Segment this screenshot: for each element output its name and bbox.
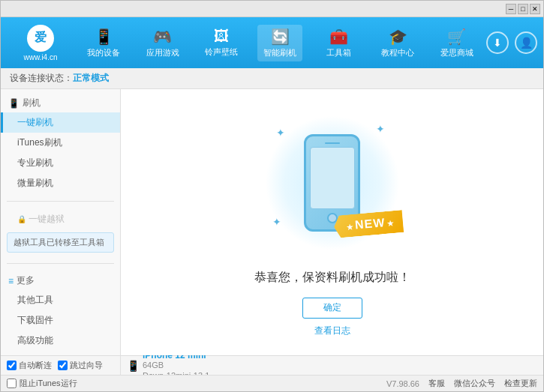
- nav-smart-flash[interactable]: 🔄 智能刷机: [257, 25, 302, 61]
- close-button[interactable]: ✕: [530, 4, 540, 14]
- jailbreak-note: 越狱工具已转移至工具箱: [7, 232, 114, 253]
- smart-flash-icon: 🔄: [271, 28, 290, 46]
- my-device-icon: 📱: [95, 28, 113, 46]
- nav-wallpaper[interactable]: 🖼 铃声壁纸: [199, 25, 244, 61]
- phone-speaker: [325, 142, 340, 145]
- nav-apps-games[interactable]: 🎮 应用游戏: [140, 25, 185, 61]
- skip-wizard-checkbox[interactable]: [58, 361, 68, 370]
- lock-icon: 🔒: [17, 215, 26, 223]
- status-bar: 设备连接状态： 正常模式: [1, 68, 543, 89]
- phone-illustration: ✦ ✦ ✦ ★NEW★: [257, 108, 407, 258]
- one-click-flash-label: 一键刷机: [17, 117, 53, 127]
- tools-label: 工具箱: [326, 47, 351, 58]
- sidebar-section-jailbreak: 🔒 一键越狱 越狱工具已转移至工具箱: [1, 205, 120, 260]
- sparkle-2: ✦: [376, 123, 385, 135]
- sparkle-3: ✦: [272, 216, 281, 228]
- sparkle-1: ✦: [276, 127, 285, 139]
- congrats-text: 恭喜您，保资料刷机成功啦！: [254, 270, 410, 286]
- status-value: 正常模式: [73, 72, 109, 85]
- sidebar-item-other-tools[interactable]: 其他工具: [1, 290, 120, 310]
- wallpaper-label: 铃声壁纸: [205, 46, 238, 58]
- download-button[interactable]: ⬇: [486, 31, 509, 54]
- sidebar-section-header-more: ≡ 更多: [1, 271, 120, 290]
- user-button[interactable]: 👤: [515, 31, 537, 54]
- confirm-button[interactable]: 确定: [302, 298, 362, 319]
- skip-wizard-checkbox-label[interactable]: 跳过向导: [58, 360, 103, 371]
- advanced-label: 高级功能: [17, 335, 53, 346]
- phone-home-button: [327, 213, 338, 223]
- sidebar-item-one-click-flash[interactable]: 一键刷机: [1, 112, 120, 133]
- bottom-checkbox-device-row: 自动断连 跳过向导 📱 iPhone 12 mini 64GB Down-12m…: [1, 355, 543, 375]
- footer-bar: 阻止iTunes运行 V7.98.66 客服 微信公众号 检查更新: [1, 375, 543, 391]
- auto-close-label: 自动断连: [19, 360, 52, 371]
- logo-area: 爱 www.i4.cn: [7, 25, 74, 61]
- tools-icon: 🧰: [329, 28, 348, 46]
- jailbreak-note-text: 越狱工具已转移至工具箱: [14, 238, 104, 247]
- check-update-link[interactable]: 检查更新: [504, 378, 537, 389]
- status-prefix: 设备连接状态：: [10, 72, 73, 85]
- auto-close-checkbox[interactable]: [7, 361, 17, 370]
- version-text: V7.98.66: [386, 379, 419, 388]
- auto-close-checkbox-label[interactable]: 自动断连: [7, 360, 52, 371]
- stop-itunes-label[interactable]: 阻止iTunes运行: [20, 378, 77, 389]
- sidebar-item-itunes-flash[interactable]: iTunes刷机: [1, 133, 120, 153]
- nav-tools[interactable]: 🧰 工具箱: [317, 25, 362, 61]
- sidebar-item-advanced[interactable]: 高级功能: [1, 331, 120, 351]
- download-fw-label: 下载固件: [17, 315, 53, 325]
- sidebar-divider-2: [7, 263, 114, 264]
- itunes-flash-label: iTunes刷机: [17, 137, 62, 148]
- wallpaper-icon: 🖼: [214, 28, 229, 45]
- maximize-button[interactable]: □: [518, 4, 528, 14]
- app-window: ─ □ ✕ 爱 www.i4.cn 📱 我的设备 🎮 应用游戏 🖼 铃声壁纸: [0, 0, 544, 392]
- skip-wizard-label: 跳过向导: [70, 360, 103, 371]
- sidebar: 📱 刷机 一键刷机 iTunes刷机 专业刷机 微量刷机: [1, 89, 121, 355]
- nav-bar: 📱 我的设备 🎮 应用游戏 🖼 铃声壁纸 🔄 智能刷机 🧰 工具箱 🎓: [74, 25, 486, 61]
- nav-store[interactable]: 🛒 爱思商城: [434, 25, 479, 61]
- nav-my-device[interactable]: 📱 我的设备: [81, 25, 126, 61]
- logo-icon: 爱: [27, 25, 54, 52]
- sidebar-section-flash: 📱 刷机 一键刷机 iTunes刷机 专业刷机 微量刷机: [1, 89, 120, 198]
- store-icon: 🛒: [447, 28, 466, 46]
- phone-screen: [310, 147, 355, 208]
- footer-right: V7.98.66 客服 微信公众号 检查更新: [386, 378, 537, 389]
- header-right-buttons: ⬇ 👤: [486, 31, 537, 54]
- new-star-right: ★: [386, 219, 395, 228]
- checkbox-section: 自动断连 跳过向导: [1, 356, 121, 375]
- apps-games-icon: 🎮: [153, 28, 172, 46]
- stop-itunes-checkbox[interactable]: [7, 379, 17, 388]
- sidebar-item-microscreen-flash[interactable]: 微量刷机: [1, 173, 120, 193]
- other-tools-label: 其他工具: [17, 295, 53, 305]
- sidebar-item-download-fw[interactable]: 下载固件: [1, 310, 120, 331]
- sidebar-item-pro-flash[interactable]: 专业刷机: [1, 153, 120, 173]
- window-controls: ─ □ ✕: [506, 4, 540, 14]
- logo-url: www.i4.cn: [23, 53, 57, 61]
- tutorial-icon: 🎓: [389, 28, 407, 46]
- sidebar-section-header-jailbreak: 🔒 一键越狱: [1, 209, 120, 229]
- sidebar-section-header-flash: 📱 刷机: [1, 94, 120, 112]
- new-star-left: ★: [346, 222, 354, 231]
- header: 爱 www.i4.cn 📱 我的设备 🎮 应用游戏 🖼 铃声壁纸 🔄 智能刷机 …: [1, 17, 543, 68]
- my-device-label: 我的设备: [87, 47, 120, 58]
- smart-flash-label: 智能刷机: [263, 47, 296, 58]
- more-section-icon: ≡: [8, 276, 14, 286]
- device-phone-icon: 📱: [127, 360, 140, 372]
- store-label: 爱思商城: [440, 47, 473, 58]
- apps-games-label: 应用游戏: [146, 47, 179, 58]
- jailbreak-section-label: 一键越狱: [29, 213, 65, 226]
- footer-left: 阻止iTunes运行: [7, 378, 77, 389]
- tutorial-label: 教程中心: [381, 47, 414, 58]
- flash-section-icon: 📱: [8, 98, 20, 109]
- minimize-button[interactable]: ─: [506, 4, 516, 14]
- sidebar-section-more: ≡ 更多 其他工具 下载固件 高级功能: [1, 267, 120, 355]
- more-section-label: 更多: [17, 274, 35, 287]
- log-link[interactable]: 查看日志: [314, 325, 350, 337]
- content-row: 📱 刷机 一键刷机 iTunes刷机 专业刷机 微量刷机: [1, 89, 543, 355]
- content-area: ✦ ✦ ✦ ★NEW★ 恭喜您，保资料刷机成功啦！ 确定: [121, 89, 543, 355]
- title-bar: ─ □ ✕: [1, 1, 543, 17]
- pro-flash-label: 专业刷机: [17, 157, 53, 168]
- wechat-public-link[interactable]: 微信公众号: [454, 378, 495, 389]
- nav-tutorial[interactable]: 🎓 教程中心: [375, 25, 420, 61]
- device-storage: 64GB: [143, 361, 209, 370]
- customer-service-link[interactable]: 客服: [428, 378, 445, 389]
- main-area: 设备连接状态： 正常模式 📱 刷机 一键刷机 iTunes刷机: [1, 68, 543, 391]
